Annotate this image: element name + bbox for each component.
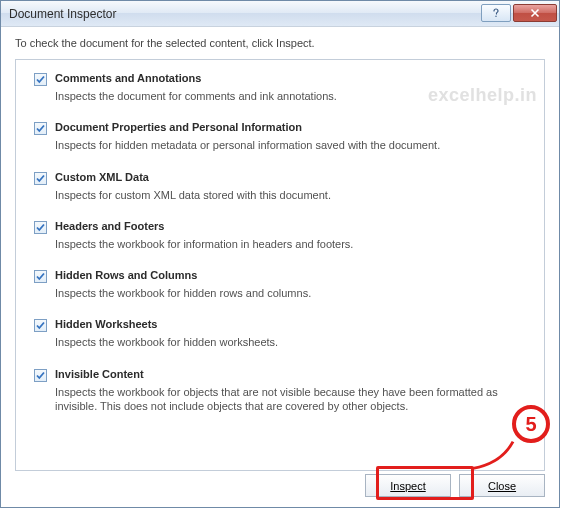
checkbox-hidden-rows-columns[interactable] [34,270,47,283]
option-description: Inspects for hidden metadata or personal… [55,138,534,152]
dialog-title: Document Inspector [9,7,479,21]
checkbox-comments-annotations[interactable] [34,73,47,86]
option-label: Hidden Rows and Columns [55,269,197,281]
option-label: Comments and Annotations [55,72,201,84]
option-label: Headers and Footers [55,220,164,232]
checkbox-hidden-worksheets[interactable] [34,319,47,332]
option-invisible-content: Invisible Content Inspects the workbook … [34,368,534,414]
option-description: Inspects for custom XML data stored with… [55,188,534,202]
option-document-properties: Document Properties and Personal Informa… [34,121,534,152]
check-icon [35,222,46,233]
option-description: Inspects the document for comments and i… [55,89,534,103]
inspection-options-panel: Comments and Annotations Inspects the do… [15,59,545,471]
checkbox-invisible-content[interactable] [34,369,47,382]
check-icon [35,370,46,381]
checkbox-headers-footers[interactable] [34,221,47,234]
titlebar: Document Inspector [1,1,559,27]
option-description: Inspects the workbook for information in… [55,237,534,251]
option-hidden-worksheets: Hidden Worksheets Inspects the workbook … [34,318,534,349]
option-headers-footers: Headers and Footers Inspects the workboo… [34,220,534,251]
help-icon [491,8,501,18]
inspect-button[interactable]: Inspect [365,474,451,497]
intro-text: To check the document for the selected c… [15,37,545,49]
close-icon [530,8,540,18]
checkbox-document-properties[interactable] [34,122,47,135]
document-inspector-dialog: Document Inspector To check the document… [0,0,560,508]
dialog-buttons: Inspect Close [365,474,545,497]
check-icon [35,173,46,184]
window-close-button[interactable] [513,4,557,22]
dialog-content: To check the document for the selected c… [1,27,559,471]
check-icon [35,123,46,134]
option-label: Custom XML Data [55,171,149,183]
option-custom-xml: Custom XML Data Inspects for custom XML … [34,171,534,202]
check-icon [35,320,46,331]
option-description: Inspects the workbook for objects that a… [55,385,534,414]
option-label: Document Properties and Personal Informa… [55,121,302,133]
option-label: Invisible Content [55,368,144,380]
option-description: Inspects the workbook for hidden rows an… [55,286,534,300]
help-button[interactable] [481,4,511,22]
option-label: Hidden Worksheets [55,318,158,330]
option-description: Inspects the workbook for hidden workshe… [55,335,534,349]
checkbox-custom-xml[interactable] [34,172,47,185]
close-button[interactable]: Close [459,474,545,497]
option-comments-annotations: Comments and Annotations Inspects the do… [34,72,534,103]
check-icon [35,271,46,282]
check-icon [35,74,46,85]
option-hidden-rows-columns: Hidden Rows and Columns Inspects the wor… [34,269,534,300]
